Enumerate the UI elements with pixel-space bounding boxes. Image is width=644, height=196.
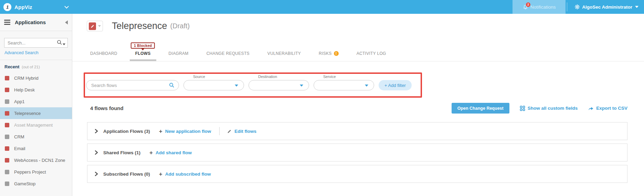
service-select[interactable] (314, 80, 374, 90)
collapse-sidebar-icon[interactable] (65, 20, 68, 24)
sidebar-search (4, 38, 68, 48)
notification-count-badge: 2 (526, 2, 530, 7)
filter-dropdown-label: Destination (258, 75, 309, 79)
caret-down-icon (98, 25, 101, 27)
edit-application-button[interactable] (87, 21, 103, 31)
sidebar-item-crm[interactable]: CRM (0, 131, 72, 143)
flow-group-subscribed-flows-0: Subscribed Flows (0)+Add subscribed flow (87, 165, 627, 183)
action-label: New application flow (165, 129, 211, 134)
show-custom-fields-button[interactable]: Show all custom fields (520, 106, 578, 111)
flow-group-shared-flows-1: Shared Flows (1)+Add shared flow (87, 144, 627, 161)
sidebar-item-app1[interactable]: App1 (0, 96, 72, 107)
action-label: Add shared flow (156, 150, 192, 155)
tab-flows[interactable]: 1 BlockedFLOWS (135, 51, 151, 58)
application-status-square (5, 170, 9, 174)
chevron-right-icon[interactable] (94, 172, 98, 176)
application-status-square (5, 76, 9, 80)
caret-down-icon (235, 85, 238, 87)
appviz-logo-icon: 1 (3, 3, 11, 11)
application-status-square (5, 99, 9, 104)
chevron-down-icon[interactable] (64, 4, 69, 9)
search-icon[interactable] (57, 40, 65, 45)
flow-search-input[interactable] (86, 80, 179, 90)
notifications-label: Notifications (530, 4, 556, 10)
add-shared-flow-button[interactable]: +Add shared flow (149, 150, 192, 156)
open-change-request-button[interactable]: Open Change Request (452, 103, 509, 114)
tab-label: DIAGRAM (169, 51, 189, 56)
recent-label: Recent (4, 64, 19, 69)
destination-select[interactable] (249, 80, 309, 90)
export-csv-button[interactable]: Export to CSV (588, 106, 627, 111)
source-select[interactable] (183, 80, 244, 90)
blocked-badge: 1 Blocked (131, 42, 155, 49)
vertical-divider (219, 127, 220, 135)
tab-label: FLOWS (135, 51, 151, 56)
filter-dropdown-label: Source (193, 75, 244, 79)
show-custom-fields-label: Show all custom fields (528, 106, 578, 111)
sidebar-item-help-desk[interactable]: Help Desk (0, 84, 72, 96)
tab-label: RISKS (319, 51, 332, 56)
flows-count: 4 flows found (90, 105, 124, 111)
sidebar-item-label: CRM Hybrid (14, 76, 39, 81)
sidebar: Applications Advanced Search Recent (out… (0, 14, 72, 196)
filter-dropdown-service: Service (314, 75, 374, 90)
sidebar-item-crm-hybrid[interactable]: CRM Hybrid (0, 72, 72, 84)
tab-risks[interactable]: RISKS! (319, 51, 339, 58)
flow-group-title[interactable]: Shared Flows (1) (103, 150, 140, 155)
sidebar-item-label: Help Desk (14, 87, 35, 92)
plus-icon: + (159, 171, 162, 177)
topbar-right: 2 Notifications AlgoSec Administrator (513, 0, 644, 14)
sidebar-item-label: Peppers Project (14, 169, 46, 175)
application-status-square (5, 182, 9, 186)
new-application-flow-button[interactable]: +New application flow (159, 128, 211, 134)
flow-group-title[interactable]: Application Flows (3) (103, 129, 150, 134)
sidebar-item-label: Telepresence (14, 111, 41, 116)
export-csv-label: Export to CSV (596, 106, 627, 111)
tab-label: DASHBOARD (90, 51, 117, 56)
user-name: AlgoSec Administrator (582, 4, 632, 10)
flow-search (86, 80, 179, 90)
sidebar-item-webaccess-dcn1-zone[interactable]: WebAccess - DCN1 Zone (0, 154, 72, 166)
pencil-icon (227, 129, 232, 134)
sidebar-item-gamestop[interactable]: GameStop (0, 178, 72, 189)
sidebar-item-asset-management[interactable]: Asset Management (0, 119, 72, 131)
sidebar-item-label: GameStop (14, 181, 35, 186)
badge-pointer-icon (141, 48, 145, 50)
sidebar-item-email[interactable]: Email (0, 143, 72, 154)
chevron-right-icon[interactable] (94, 150, 98, 155)
sidebar-item-label: CRM (14, 134, 24, 139)
application-title-row: Telepresence (Draft) (87, 21, 190, 31)
caret-down-icon (635, 6, 638, 8)
tab-activity-log[interactable]: ACTIVITY LOG (357, 51, 386, 58)
filter-bar-highlight: SourceDestinationService + Add filter (84, 72, 422, 98)
action-label: Add subscribed flow (165, 172, 211, 177)
advanced-search-link[interactable]: Advanced Search (4, 50, 39, 55)
tab-vulnerability[interactable]: VULNERABILITY (267, 51, 301, 58)
filter-dropdown-label: Service (323, 75, 374, 79)
flow-group-application-flows-3: Application Flows (3)+New application fl… (87, 122, 627, 140)
flow-group-title[interactable]: Subscribed Flows (0) (103, 172, 150, 177)
export-arrow-icon (588, 106, 594, 111)
search-icon[interactable] (169, 82, 175, 89)
add-subscribed-flow-button[interactable]: +Add subscribed flow (159, 171, 211, 177)
tab-diagram[interactable]: DIAGRAM (169, 51, 189, 58)
sidebar-item-peppers-project[interactable]: Peppers Project (0, 166, 72, 178)
tab-label: ACTIVITY LOG (357, 51, 386, 56)
sidebar-item-label: Asset Management (14, 122, 53, 128)
appviz-window: 1 AppViz 2 Notifications AlgoSec Adminis… (0, 0, 644, 196)
chevron-right-icon[interactable] (94, 129, 98, 134)
tab-dashboard[interactable]: DASHBOARD (90, 51, 117, 58)
tab-change-requests[interactable]: CHANGE REQUESTS (207, 51, 250, 58)
action-label: Edit flows (234, 129, 256, 134)
add-filter-button[interactable]: + Add filter (379, 80, 412, 90)
edit-flows-button[interactable]: Edit flows (227, 129, 256, 134)
sidebar-header: Applications (0, 14, 72, 31)
notifications-button[interactable]: 2 Notifications (513, 0, 566, 14)
user-menu[interactable]: AlgoSec Administrator (569, 4, 644, 10)
application-status-square (5, 111, 9, 116)
caret-down-icon (300, 85, 303, 87)
brand-name: AppViz (14, 4, 32, 10)
sidebar-item-telepresence[interactable]: Telepresence (0, 107, 72, 119)
caret-down-icon (365, 85, 368, 87)
hamburger-menu-icon[interactable] (4, 20, 10, 25)
